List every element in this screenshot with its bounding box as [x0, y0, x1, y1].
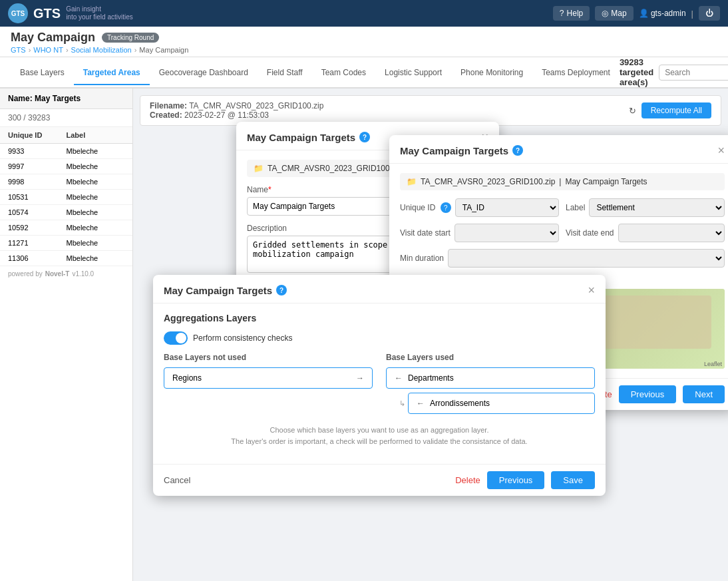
unique-id-info[interactable]: ? — [441, 202, 451, 213]
breadcrumb-social-mob[interactable]: Social Mobilization — [71, 46, 132, 54]
layers-used: Base Layers used ← Departments ↳ ← — [386, 353, 595, 414]
nav-right: 39283 targeted area(s) Edit — [620, 57, 728, 87]
table-row[interactable]: 9997Mbeleche — [0, 159, 132, 174]
modal-2-close[interactable]: × — [717, 144, 725, 156]
modal-3-body: Aggregations Layers Perform consistency … — [153, 303, 606, 464]
tab-logistic[interactable]: Logistic Support — [375, 61, 451, 85]
consistency-label: Perform consistency checks — [193, 333, 292, 343]
powered-by: powered by Novel-T v1.10.0 — [0, 266, 132, 282]
arrow-left-icon-2: ← — [417, 399, 425, 408]
modal-3-save[interactable]: Save — [551, 471, 595, 489]
novel-t-brand: Novel-T — [45, 270, 70, 278]
min-dur-row: Min duration — [400, 249, 725, 268]
breadcrumb-who-nt[interactable]: WHO NT — [33, 46, 63, 54]
col-label: Label — [67, 131, 125, 139]
used-title: Base Layers used — [386, 353, 595, 362]
visit-start-row: Visit date start — [400, 224, 559, 242]
min-dur-label-2: Min duration — [400, 254, 444, 263]
modal-2-grid: Unique ID ? TA_ID Label Settlement — [400, 198, 725, 242]
tab-field-staff[interactable]: Field Staff — [258, 61, 312, 85]
modal-3-header: May Campaign Targets ? × — [153, 275, 606, 303]
modal-3-info-icon[interactable]: ? — [276, 285, 287, 295]
map-icon: ◎ — [602, 9, 608, 18]
modal-2-info-icon[interactable]: ? — [512, 145, 523, 156]
help-text: Choose which base layers you want to use… — [164, 425, 595, 447]
min-dur-select[interactable] — [448, 249, 725, 268]
map-button[interactable]: ◎ Map — [595, 6, 633, 21]
unique-id-select[interactable]: TA_ID — [455, 198, 559, 217]
table-header: Unique ID Label — [0, 127, 132, 144]
user-name: 👤 gts-admin — [639, 9, 686, 18]
modal-1-title: May Campaign Targets ? — [247, 132, 370, 143]
leaflet-attribution: Leaflet — [704, 361, 722, 367]
app-header: GTS GTS Gain insight into your field act… — [0, 0, 728, 27]
modal-3-delete[interactable]: Delete — [455, 475, 480, 485]
modal-3-close[interactable]: × — [588, 284, 595, 296]
tagline: Gain insight into your field activities — [66, 5, 133, 21]
table-row[interactable]: 10574Mbeleche — [0, 205, 132, 220]
user-icon: 👤 — [639, 9, 649, 18]
departments-label: Departments — [408, 373, 454, 383]
unique-id-label: Unique ID ? — [400, 202, 451, 213]
header-actions: ? Help ◎ Map 👤 gts-admin | ⏻ — [553, 6, 720, 21]
consistency-toggle[interactable] — [164, 331, 188, 345]
visit-end-select[interactable] — [618, 224, 725, 242]
modal-3-cancel[interactable]: Cancel — [164, 475, 190, 485]
left-panel: Name: May Targets 300 / 39283 Unique ID … — [0, 89, 133, 581]
regions-label: Regions — [172, 373, 202, 383]
tab-team-codes[interactable]: Team Codes — [312, 61, 375, 85]
folder-icon: 📁 — [254, 164, 264, 173]
modal-3-title: May Campaign Targets ? — [164, 285, 287, 296]
breadcrumb-gts[interactable]: GTS — [11, 46, 26, 54]
modal-3: May Campaign Targets ? × Aggregations La… — [153, 275, 606, 496]
visit-start-select[interactable] — [455, 224, 559, 242]
breadcrumb-sep-1: › — [29, 46, 31, 54]
label-select[interactable]: Settlement — [589, 198, 725, 217]
table-row[interactable]: 11271Mbeleche — [0, 236, 132, 251]
breadcrumb-area: May Campaign Tracking Round GTS › WHO NT… — [0, 27, 728, 57]
help-icon: ? — [560, 9, 564, 18]
modal-2-prev[interactable]: Previous — [619, 385, 677, 403]
table-row[interactable]: 9933Mbeleche — [0, 144, 132, 159]
table-row[interactable]: 11306Mbeleche — [0, 251, 132, 266]
table-row[interactable]: 10531Mbeleche — [0, 190, 132, 205]
visit-end-row: Visit date end — [566, 224, 725, 242]
arrondissements-layer[interactable]: ← Arrondissements — [408, 393, 595, 414]
logo-icon: GTS — [8, 3, 28, 23]
folder-icon-2: 📁 — [407, 177, 417, 186]
table-row[interactable]: 10592Mbeleche — [0, 220, 132, 236]
modal-1-info-icon[interactable]: ? — [359, 132, 370, 142]
layers-not-used: Base Layers not used Regions → — [164, 353, 373, 414]
targeted-count: 39283 targeted area(s) — [620, 57, 653, 87]
tab-geocoverage[interactable]: Geocoverage Dashboard — [150, 61, 258, 85]
help-button[interactable]: ? Help — [553, 6, 590, 21]
tab-base-layers[interactable]: Base Layers — [11, 61, 74, 85]
regions-layer[interactable]: Regions → — [164, 367, 373, 389]
sub-arrow-icon: ↳ — [399, 399, 405, 408]
content-area: Name: May Targets 300 / 39283 Unique ID … — [0, 89, 728, 581]
consistency-toggle-row: Perform consistency checks — [164, 331, 595, 345]
visit-start-label: Visit date start — [400, 228, 451, 238]
tab-phone-monitoring[interactable]: Phone Monitoring — [451, 61, 532, 85]
sub-item: ↳ ← Arrondissements — [399, 393, 595, 414]
modal-3-footer: Cancel Delete Previous Save — [153, 464, 606, 496]
nav-tabs: Base Layers Targeted Areas Geocoverage D… — [0, 57, 728, 89]
arrow-left-icon-1: ← — [395, 373, 403, 383]
tab-teams-deployment[interactable]: Teams Deployment — [532, 61, 620, 85]
departments-layer[interactable]: ← Departments — [386, 367, 595, 389]
row-count: 300 / 39283 — [0, 109, 132, 127]
logo: GTS GTS Gain insight into your field act… — [8, 3, 133, 23]
modal-3-prev[interactable]: Previous — [487, 471, 545, 489]
breadcrumb-sep-2: › — [66, 46, 69, 54]
table-row[interactable]: 9998Mbeleche — [0, 174, 132, 190]
logout-button[interactable]: ⏻ — [699, 6, 720, 21]
app-name: GTS — [33, 6, 61, 21]
logo-text: GTS — [11, 10, 25, 17]
modal-2-next[interactable]: Next — [683, 385, 725, 403]
modal-2-title: May Campaign Targets ? — [400, 145, 523, 156]
unique-id-row: Unique ID ? TA_ID — [400, 198, 559, 217]
search-input[interactable] — [659, 65, 728, 81]
tab-targeted-areas[interactable]: Targeted Areas — [74, 61, 150, 85]
visit-end-label: Visit date end — [566, 228, 614, 238]
breadcrumb-current: May Campaign — [139, 46, 188, 54]
